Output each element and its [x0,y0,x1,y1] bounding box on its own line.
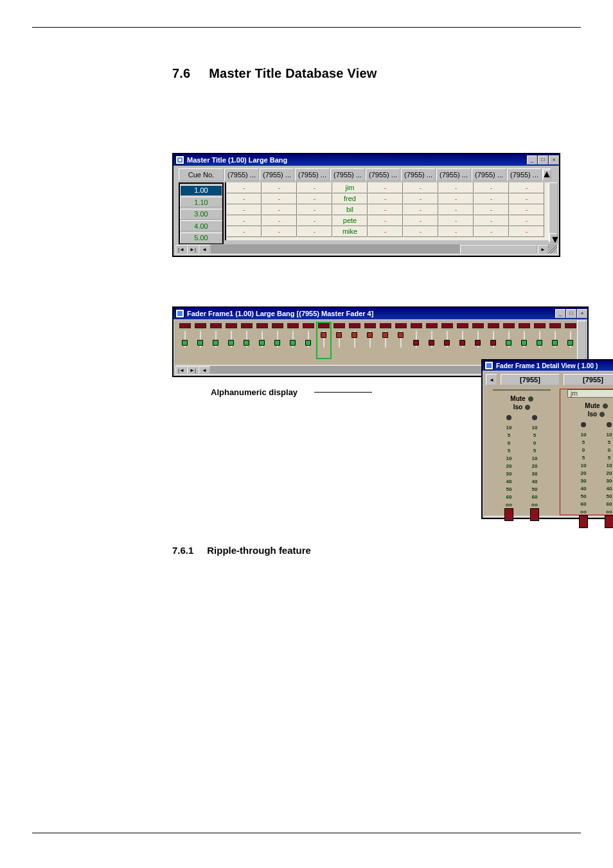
cue-button[interactable]: 4.00 [180,220,222,231]
fader[interactable]: 10505102030405060oo [522,415,547,521]
grid-cell[interactable]: - [404,226,438,237]
titlebar[interactable]: Fader Frame 1 Detail View ( 1.00 ) _ □ × [483,360,613,371]
grid-cell[interactable]: - [368,182,403,193]
fader-track[interactable] [416,331,417,348]
close-button[interactable]: × [577,309,587,318]
fader-knob[interactable] [429,340,434,346]
grid-cell[interactable]: - [262,226,297,237]
grid-cell[interactable]: - [404,215,438,226]
fader-track[interactable] [277,331,278,348]
scroll-up-button[interactable]: ▲ [543,170,551,179]
titlebar[interactable]: Master Title (1.00) Large Bang _ □ × [173,154,559,166]
column-header[interactable]: (7955) ... [507,168,542,181]
grid-cell[interactable]: - [227,215,262,226]
grid-cell[interactable]: - [298,226,332,237]
grid-cell[interactable]: - [227,226,262,237]
rotary-knob[interactable] [506,415,511,420]
h-scroll-track[interactable] [211,245,537,254]
fader-track[interactable] [539,331,540,348]
fader-strip[interactable] [193,323,208,359]
grid-cell[interactable]: - [510,193,544,204]
fader-track[interactable] [570,331,571,348]
fader-track[interactable] [184,331,186,348]
grid-cell[interactable]: - [474,226,509,237]
fader-knob[interactable] [459,340,465,346]
fader-strip[interactable] [486,323,501,359]
grid-cell[interactable]: bil [333,204,368,215]
grid-cell[interactable]: - [298,204,332,215]
fader-strip[interactable] [533,323,547,359]
fader-track[interactable] [400,331,402,348]
nav-first-button[interactable]: |◄ [175,366,187,374]
fader-track[interactable] [462,331,463,348]
fader-strip[interactable] [502,323,516,359]
fader-knob[interactable] [305,340,311,346]
fader-track[interactable] [354,331,355,348]
fader-track[interactable] [477,331,479,348]
mute-row[interactable]: Mute [585,402,607,409]
fader-track[interactable] [339,331,340,348]
grid-cell[interactable]: - [439,193,474,204]
mute-row[interactable]: Mute [510,395,533,402]
fader-strip[interactable] [332,323,346,359]
resize-grip[interactable] [548,245,557,254]
fader-knob[interactable] [382,332,388,338]
fader-knob[interactable] [444,340,450,346]
fader-knob[interactable] [506,340,511,346]
fader-strip[interactable] [378,323,393,359]
grid-cell[interactable]: - [368,226,403,237]
fader-strip[interactable] [348,323,362,359]
fader-knob[interactable] [475,340,481,346]
fader-track[interactable] [323,331,324,348]
fader-strip[interactable] [363,323,377,359]
grid-cell[interactable]: - [510,204,544,215]
fader-knob[interactable] [182,340,188,346]
fader-knob[interactable] [321,332,326,338]
fader-track[interactable] [431,331,432,348]
fader-knob[interactable] [367,332,373,338]
fader-track[interactable] [369,331,371,348]
maximize-button[interactable]: □ [538,155,548,164]
fader-strip[interactable] [209,323,223,359]
fader-strip[interactable] [440,323,454,359]
grid-cell[interactable]: - [368,193,403,204]
fader-knob[interactable] [567,340,573,346]
fader-strip[interactable] [317,323,331,359]
fader-strip[interactable] [240,323,254,359]
grid-cell[interactable]: - [474,215,509,226]
minimize-button[interactable]: _ [527,155,537,164]
grid-cell[interactable]: - [227,193,262,204]
fader-strip[interactable] [548,323,562,359]
grid-cell[interactable]: - [404,182,438,193]
fader-track[interactable] [292,331,294,348]
grid-cell[interactable]: - [474,204,509,215]
fader-strip[interactable] [456,323,470,359]
grid-cell[interactable]: - [439,226,474,237]
rotary-knob[interactable] [581,422,586,427]
fader-strip[interactable] [286,323,300,359]
fader-cap[interactable] [504,508,513,521]
fader-knob[interactable] [537,340,542,346]
fader-track[interactable] [262,331,263,348]
fader-strip[interactable] [425,323,439,359]
grid-cell[interactable]: - [510,215,544,226]
cue-no-header[interactable]: Cue No. [179,168,224,181]
v-scrollbar[interactable]: ▼ [549,182,558,243]
grid-cell[interactable]: - [368,215,403,226]
nav-left-button[interactable]: ◄ [199,366,210,374]
grid-cell[interactable]: - [439,204,474,215]
fader-track[interactable] [555,331,556,348]
grid-cell[interactable]: - [298,215,332,226]
fader-track[interactable] [246,331,247,348]
fader-strip[interactable] [409,323,423,359]
fader-knob[interactable] [398,332,404,338]
grid-cell[interactable]: - [404,193,438,204]
scroll-down-button[interactable]: ▼ [549,233,557,242]
fader-track[interactable] [231,331,232,348]
fader-knob[interactable] [290,340,296,346]
rotary-knob[interactable] [532,415,537,420]
nav-prev-button[interactable]: ►| [187,366,199,374]
grid-cell[interactable]: fred [333,193,368,204]
nav-prev-button[interactable]: ►| [187,245,199,254]
minimize-button[interactable]: _ [555,309,565,318]
